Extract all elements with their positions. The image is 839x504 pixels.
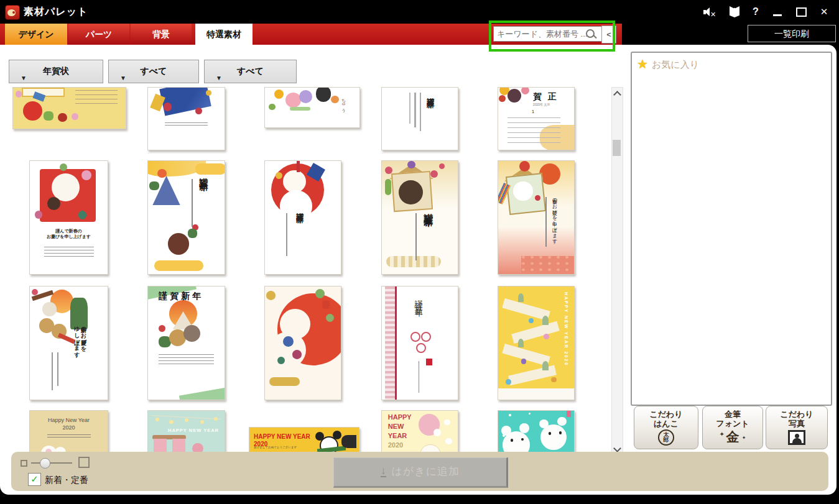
card-thumbnail[interactable]: ちゅう (264, 87, 360, 128)
gold-font-icon: ✦ 金 ✦ (726, 429, 739, 444)
card-thumbnail[interactable]: 謹賀新年 (264, 160, 341, 275)
tab-special-materials[interactable]: 特選素材 (195, 24, 253, 45)
card-art-shape (326, 314, 334, 322)
card-thumbnail[interactable] (147, 87, 225, 150)
card-thumbnail[interactable]: 謹賀新年 (381, 160, 458, 275)
card-thumbnail[interactable]: 謹賀新年 (147, 160, 225, 275)
card-art-shape (551, 377, 557, 383)
card-art-shape (159, 87, 211, 116)
add-to-postcard-button[interactable]: ↓はがきに追加 (333, 457, 508, 488)
custom-stamp-button[interactable]: こだわり はんこ 太 郎 (634, 406, 698, 449)
card-art-shape (426, 359, 432, 365)
card-label: Happy New Year (38, 417, 100, 424)
grid-scrollbar[interactable] (611, 87, 623, 456)
favorites-panel: ★ お気に入り (631, 52, 832, 406)
tab-background[interactable]: 背景 (131, 24, 192, 45)
help-button[interactable]: ? (748, 5, 764, 19)
card-thumbnail[interactable] (498, 410, 575, 454)
custom-photo-button[interactable]: こだわり 写真 (766, 406, 828, 449)
filter-label: すべて (141, 66, 167, 76)
card-label: 謹賀新年 (198, 170, 209, 178)
card-thumbnail[interactable]: HAPPYNEWYEAR2020 (381, 410, 458, 454)
card-art-shape (508, 365, 556, 385)
card-art-shape (503, 431, 530, 454)
card-art-shape (421, 332, 431, 342)
chevron-down-icon: ▼ (216, 68, 222, 89)
new-standard-checkbox[interactable]: ✓ (28, 473, 41, 486)
tab-design[interactable]: デザイン (5, 24, 67, 45)
slider-handle[interactable] (40, 458, 50, 469)
window-title: 素材パレット (24, 6, 88, 19)
card-art-shape (172, 439, 185, 453)
card-thumbnail[interactable] (12, 87, 126, 129)
card-thumbnail[interactable]: HAPPY NEW YEAR (147, 410, 225, 454)
card-label: 2020 (388, 441, 403, 449)
card-art-shape (521, 256, 575, 274)
card-label: HAPPY NEW YEAR 2020 (563, 292, 568, 366)
thumbnail-size-slider[interactable] (31, 462, 72, 464)
card-art-shape (385, 286, 395, 400)
card-art-shape (44, 247, 94, 257)
card-thumbnail[interactable]: 謹んで新春の お慶びを申し上げます (29, 160, 108, 275)
card-art-shape (567, 411, 571, 417)
kin-glyph: 金 (726, 429, 739, 444)
card-art-shape (157, 169, 167, 178)
favorites-label: お気に入り (652, 59, 699, 71)
card-art-shape (416, 343, 426, 353)
minimize-button[interactable] (770, 5, 786, 19)
maximize-button[interactable] (793, 5, 809, 19)
card-art-shape (169, 420, 173, 424)
card-art-shape (518, 293, 524, 303)
scroll-up-icon[interactable] (613, 91, 621, 99)
card-thumbnail[interactable]: 新年のお慶びを ゆし上げます (29, 286, 108, 400)
card-thumbnail[interactable]: Happy New Year2020 (29, 410, 108, 454)
bookmark-icon[interactable] (726, 5, 743, 19)
zoom-in-icon (78, 457, 90, 468)
card-thumbnail[interactable]: 謹賀新年 (147, 286, 225, 400)
card-art-shape (75, 90, 118, 108)
filter-dropdown-style[interactable]: ▼ すべて (108, 60, 199, 83)
card-thumbnail[interactable]: 謹賀新年 (381, 87, 458, 150)
card-art-shape (165, 122, 208, 127)
card-thumbnail[interactable]: 賀 正2020年 元旦1 (498, 87, 575, 150)
tab-parts[interactable]: パーツ (68, 24, 129, 45)
scrollbar-thumb[interactable] (613, 140, 621, 156)
mute-icon[interactable]: ✕ (702, 5, 718, 19)
card-art-shape (188, 229, 197, 238)
card-art-shape (316, 87, 331, 102)
card-art-shape (290, 107, 310, 111)
card-art-shape (16, 91, 22, 98)
card-art-shape (415, 213, 417, 260)
card-thumbnail[interactable]: HAPPY NEW YEAR 2020あけましておめでとうございます (249, 427, 359, 454)
gold-font-button[interactable]: 金筆 フォント ✦ 金 ✦ (702, 406, 763, 449)
card-art-shape (506, 379, 511, 385)
card-art-shape (149, 181, 159, 191)
filter-dropdown-motif[interactable]: ▼ すべて (204, 60, 297, 83)
card-art-shape (292, 350, 302, 359)
card-art-shape (559, 431, 562, 434)
card-thumbnail[interactable]: 迎春 (264, 286, 341, 400)
card-art-shape (155, 418, 159, 421)
card-art-shape (286, 213, 287, 256)
card-art-shape (152, 176, 180, 205)
card-art-shape (185, 418, 188, 422)
card-thumbnail[interactable]: HAPPY NEW YEAR 2020 (498, 286, 575, 400)
card-art-shape (299, 90, 312, 103)
card-art-shape (385, 179, 391, 195)
card-art-shape (433, 429, 441, 436)
filter-dropdown-category[interactable]: ▼ 年賀状 (9, 60, 103, 83)
scroll-down-icon[interactable] (613, 444, 621, 452)
print-list-button[interactable]: 一覧印刷 (748, 25, 836, 42)
close-button[interactable]: ✕ (816, 5, 832, 19)
filter-label: すべて (237, 66, 264, 76)
card-art-shape (192, 179, 193, 226)
tool-label-line1: 金筆 (725, 410, 741, 419)
card-thumbnail[interactable]: 謹賀新年 (381, 286, 458, 400)
card-label: 2020年 元旦 (533, 103, 550, 106)
card-art-shape (399, 180, 423, 204)
add-button-label: はがきに追加 (391, 465, 460, 477)
card-art-shape (78, 211, 87, 219)
card-art-shape (57, 352, 58, 387)
card-art-shape (266, 291, 276, 300)
card-thumbnail[interactable]: 新春のお慶びを申し上げます (498, 160, 575, 275)
